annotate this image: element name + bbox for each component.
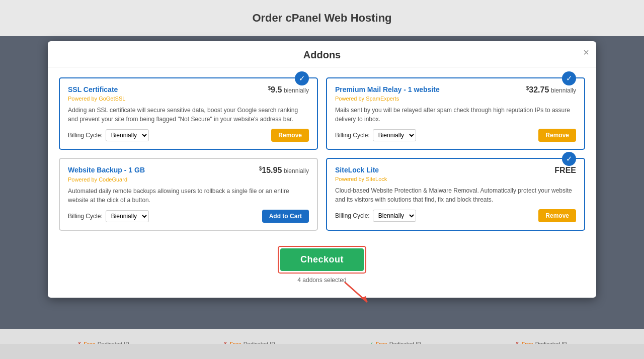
addon-title-row-ssl: SSL Certificate $9.5 biennially (68, 85, 309, 95)
billing-select-backup[interactable]: Biennially Annually Monthly (106, 210, 149, 222)
modal-close-button[interactable]: × (583, 47, 589, 57)
compare-bar (0, 344, 644, 359)
addon-card-sitelock: ✓ SiteLock Lite FREE Powered by SiteLock… (326, 158, 585, 230)
addon-title-row-backup: Website Backup - 1 GB $15.95 biennially (68, 166, 309, 175)
add-to-cart-button-backup[interactable]: Add to Cart (262, 210, 309, 223)
addon-powered-mail: Powered by SpamExperts (335, 96, 576, 102)
addon-name-backup: Website Backup - 1 GB (68, 166, 145, 174)
page-title: Order cPanel Web Hosting (252, 12, 391, 25)
arrow-indicator (340, 282, 380, 310)
addon-check-sitelock: ✓ (562, 152, 576, 166)
remove-button-sitelock[interactable]: Remove (538, 209, 576, 222)
addon-billing-row-backup: Billing Cycle: Biennially Annually Month… (68, 210, 309, 223)
remove-button-mail[interactable]: Remove (538, 129, 576, 142)
addon-price-ssl: $9.5 biennially (268, 85, 309, 95)
billing-label-sitelock: Billing Cycle: (335, 212, 370, 219)
addon-card-backup: Website Backup - 1 GB $15.95 biennially … (59, 158, 318, 230)
addon-powered-sitelock: Powered by SiteLock (335, 176, 576, 182)
addon-check-mail: ✓ (562, 71, 576, 85)
modal-title: Addons (58, 49, 586, 61)
addon-title-row-sitelock: SiteLock Lite FREE (335, 166, 576, 175)
remove-button-ssl[interactable]: Remove (271, 129, 309, 142)
addon-desc-sitelock: Cloud-based Website Protection & Malware… (335, 186, 576, 204)
billing-label-ssl: Billing Cycle: (68, 132, 103, 139)
addon-card-ssl: ✓ SSL Certificate $9.5 biennially Powere… (59, 77, 318, 150)
addon-price-mail: $32.75 biennially (526, 85, 576, 95)
modal-footer: Checkout 4 addons selected (48, 239, 596, 284)
addon-desc-backup: Automated daily remote backups allowing … (68, 187, 309, 205)
checkout-button[interactable]: Checkout (280, 248, 364, 271)
addon-billing-row-mail: Billing Cycle: Biennially Annually Month… (335, 129, 576, 142)
addon-desc-mail: Mails sent by you will be relayed after … (335, 106, 576, 124)
addon-check-ssl: ✓ (295, 71, 309, 85)
addon-price-backup: $15.95 biennially (259, 166, 309, 175)
addon-desc-ssl: Adding an SSL certificate will secure se… (68, 106, 309, 124)
billing-select-ssl[interactable]: Biennially Annually Monthly (106, 129, 149, 141)
checkout-button-wrapper: Checkout (278, 246, 366, 274)
addon-price-sitelock: FREE (554, 166, 576, 175)
addon-billing-row-ssl: Billing Cycle: Biennially Annually Month… (68, 129, 309, 142)
modal: Addons × ✓ SSL Certificate $9.5 biennial… (48, 41, 596, 298)
billing-label-mail: Billing Cycle: (335, 132, 370, 139)
modal-body[interactable]: ✓ SSL Certificate $9.5 biennially Powere… (48, 67, 596, 239)
billing-select-mail[interactable]: Biennially Annually Monthly (373, 129, 416, 141)
addon-card-mail: ✓ Premium Mail Relay - 1 website $32.75 … (326, 77, 585, 150)
addon-powered-ssl: Powered by GoGetSSL (68, 96, 309, 102)
addons-grid: ✓ SSL Certificate $9.5 biennially Powere… (59, 74, 585, 236)
billing-select-sitelock[interactable]: Biennially Annually Monthly (373, 210, 416, 222)
addon-billing-row-sitelock: Billing Cycle: Biennially Annually Month… (335, 209, 576, 222)
addon-name-mail: Premium Mail Relay - 1 website (335, 85, 440, 94)
addon-powered-backup: Powered by CodeGuard (68, 176, 309, 183)
addon-title-row-mail: Premium Mail Relay - 1 website $32.75 bi… (335, 85, 576, 95)
addon-name-ssl: SSL Certificate (68, 85, 118, 94)
billing-label-backup: Billing Cycle: (68, 213, 103, 220)
modal-header: Addons × (48, 41, 596, 67)
page-header: Order cPanel Web Hosting (0, 0, 644, 36)
addon-name-sitelock: SiteLock Lite (335, 166, 379, 174)
